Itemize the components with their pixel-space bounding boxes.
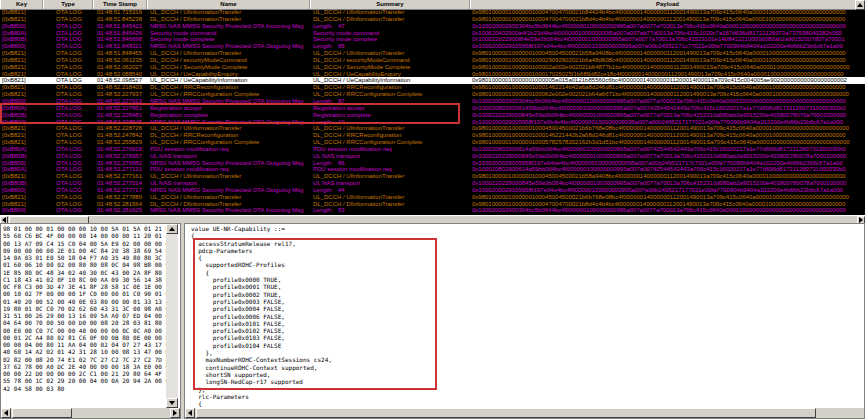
hex-horizontal-scrollbar[interactable] [1, 408, 180, 418]
table-row[interactable]: [0xB80B]OTA LOG01:48:52.228481Registrati… [0, 112, 865, 119]
table-row[interactable]: [0xB821]OTA LOG01:48:52.088540UL_DCCH / … [0, 71, 865, 78]
cell-summary: Length: 86 [310, 160, 470, 167]
cell-type: OTA LOG [43, 43, 93, 50]
cell-payload: 0x9801000001000000100045004500021b58a940… [470, 50, 865, 57]
table-row[interactable]: [0xB800]OTA LOG01:48:52.281625NR5G NAS M… [0, 207, 865, 214]
hex-scroll-down-button[interactable] [166, 398, 178, 408]
cell-type: OTA LOG [43, 57, 93, 64]
table-row[interactable]: [0xB80A]OTA LOG01:48:52.277131PDU sessio… [0, 166, 865, 173]
cell-key: [0xB800] [0, 43, 43, 50]
cell-name: UL_DCCH / UeCapabilityInformation [147, 77, 310, 84]
hex-dump-panel[interactable]: 98 01 00 00 01 00 00 00 10 00 5A 01 5A 0… [0, 223, 181, 419]
cell-name: DL_DCCH / DlInformationTransfer [147, 16, 310, 23]
cell-summary: Registration accept [310, 105, 470, 112]
hex-vertical-scrollbar[interactable] [166, 224, 178, 408]
cell-type: OTA LOG [43, 16, 93, 23]
table-row[interactable]: [0xB80B]OTA LOG01:48:52.276957UL NAS tra… [0, 153, 865, 160]
cell-time: 01:48:51.845436 [93, 30, 147, 37]
cell-type: OTA LOG [43, 9, 93, 16]
column-header-summary[interactable]: Summary [310, 0, 470, 9]
cell-key: [0xB80A] [0, 105, 43, 112]
cell-type: OTA LOG [43, 180, 93, 187]
cell-name: NR5G NAS MM5G Security Protected OTA Inc… [147, 98, 310, 105]
table-row[interactable]: [0xB821]OTA LOG01:48:52.228726UL_DCCH / … [0, 125, 865, 132]
cell-name: UL NAS transport [147, 153, 310, 160]
table-row[interactable]: [0xB821]OTA LOG01:48:52.227937UL_DCCH / … [0, 91, 865, 98]
hex-scrollbar-thumb[interactable] [12, 408, 72, 418]
cell-summary: Registration complete [310, 112, 470, 119]
cell-time: 01:48:52.277161 [93, 173, 147, 180]
cell-payload: 0x100020802900614a59bb064bc4f00000010000… [470, 166, 865, 173]
table-row[interactable]: [0xB800]OTA LOG01:48:52.277717NR5G NAS M… [0, 187, 865, 194]
cell-summary: Security mode command [310, 30, 470, 37]
table-row[interactable]: [0xB821]OTA LOG01:48:52.218403DL_DCCH / … [0, 84, 865, 91]
cell-summary: Security mode complete [310, 36, 470, 43]
cell-name: PDU session modification req [147, 146, 310, 153]
cell-key: [0xB821] [0, 139, 43, 146]
cell-time: 01:48:52.088540 [93, 71, 147, 78]
cell-name: NR5G NAS MM5G Security Protected OTA Out… [147, 187, 310, 194]
table-row[interactable]: [0xB80A]OTA LOG01:48:51.845436Security m… [0, 30, 865, 37]
table-row[interactable]: [0xB821]OTA LOG01:48:51.715316UL_DCCH / … [0, 9, 865, 16]
cell-name: NR5G NAS MM5G Security Protected OTA Inc… [147, 23, 310, 30]
hex-scroll-right-button[interactable] [170, 408, 180, 418]
table-row[interactable]: [0xB821]OTA LOG01:48:52.277161UL_DCCH / … [0, 173, 865, 180]
hex-scroll-left-button[interactable] [1, 408, 11, 418]
column-header-key[interactable]: Key [0, 0, 43, 9]
table-row[interactable]: [0xB821]OTA LOG01:48:52.062027UL_DCCH / … [0, 64, 865, 71]
table-row[interactable]: [0xB821]OTA LOG01:48:52.255829UL_DCCH / … [0, 139, 865, 146]
cell-time: 01:48:52.281625 [93, 207, 147, 214]
cell-summary: UL_DCCH / UeCapabilityEnquiry [310, 71, 470, 78]
table-row[interactable]: [0xB80A]OTA LOG01:48:52.276918PDU sessio… [0, 146, 865, 153]
cell-type: OTA LOG [43, 194, 93, 201]
table-row[interactable]: [0xB800]OTA LOG01:48:52.227919NR5G NAS M… [0, 98, 865, 105]
cell-name: UL_DCCH / UlInformationTransfer [147, 50, 310, 57]
cell-summary: UL_DCCH / UlInformationTransfer [310, 173, 470, 180]
table-row[interactable]: [0xB800]OTA LOG01:48:51.845422NR5G NAS M… [0, 23, 865, 30]
cell-payload: 0x1000200029005958f197e04e4bc4f000000100… [470, 187, 865, 194]
table-row[interactable]: [0xB80B]OTA LOG01:48:51.846698Security m… [0, 36, 865, 43]
cell-time: 01:48:52.061235 [93, 57, 147, 64]
decode-scroll-left-button[interactable] [185, 408, 195, 418]
cell-time: 01:48:52.228726 [93, 125, 147, 132]
table-row[interactable]: [0xB821]OTA LOG01:48:51.845238DL_DCCH / … [0, 16, 865, 23]
cell-type: OTA LOG [43, 105, 93, 112]
table-row[interactable]: [0xB821]OTA LOG01:48:52.247842DL_DCCH / … [0, 132, 865, 139]
decode-horizontal-scrollbar[interactable] [185, 408, 864, 418]
cell-type: OTA LOG [43, 112, 93, 119]
table-horizontal-scrollbar[interactable] [0, 215, 865, 223]
cell-summary: PDU session modification req [310, 166, 470, 173]
cell-payload: 0x100020002900304bc5b0644bc4f00000010000… [470, 207, 865, 214]
cell-time: 01:48:52.277717 [93, 187, 147, 194]
table-row-selected[interactable]: [0xB821]OTA LOG01:48:52.098527UL_DCCH / … [0, 77, 865, 84]
table-row[interactable]: [0xB800]OTA LOG01:48:52.276982NR5G NAS M… [0, 160, 865, 167]
table-row[interactable]: [0xB800]OTA LOG01:48:51.848321NR5G NAS M… [0, 43, 865, 50]
cell-type: OTA LOG [43, 71, 93, 78]
table-row[interactable]: [0xB821]OTA LOG01:48:52.277880UL_DCCH / … [0, 194, 865, 201]
cell-name: Registration complete [147, 112, 310, 119]
column-header-payload[interactable]: Payload [470, 0, 865, 9]
cell-summary: UL NAS transport [310, 180, 470, 187]
table-row[interactable]: [0xB80B]OTA LOG01:48:52.277014UL NAS tra… [0, 180, 865, 187]
table-row[interactable]: [0xB821]OTA LOG01:48:52.281564DL_DCCH / … [0, 201, 865, 208]
column-header-timestamp[interactable]: Time Stamp [93, 0, 147, 9]
cell-key: [0xB800] [0, 23, 43, 30]
cell-time: 01:48:51.845238 [93, 16, 147, 23]
cell-payload: 0x9801000001000000100002a002e002021b6487… [470, 64, 865, 71]
cell-summary: DL_DCCH / securityModeCommand [310, 57, 470, 64]
table-scroll-up-button[interactable] [855, 0, 865, 10]
cell-name: PDU session modification req [147, 166, 310, 173]
column-header-type[interactable]: Type [43, 0, 93, 9]
decode-scrollbar-thumb[interactable] [196, 408, 816, 418]
table-row[interactable]: [0xB80A]OTA LOG01:48:52.227951Registrati… [0, 105, 865, 112]
cell-time: 01:48:52.227951 [93, 105, 147, 112]
hex-scroll-up-button[interactable] [166, 224, 178, 234]
cell-payload: 0x100022022900f84e59a3b064bc4f0000001000… [470, 36, 865, 43]
table-row[interactable]: [0xB800]OTA LOG01:48:52.228545NR5G NAS M… [0, 119, 865, 126]
cell-payload: 0x9801000001000000100045004500021b58a940… [470, 173, 865, 180]
column-header-name[interactable]: Name [147, 0, 310, 9]
decoded-message-panel[interactable]: value UE-NR-Capability ::= { accessStrat… [184, 223, 865, 419]
cell-key: [0xB80B] [0, 112, 43, 119]
table-row[interactable]: [0xB821]OTA LOG01:48:51.848465UL_DCCH / … [0, 50, 865, 57]
table-row[interactable]: [0xB821]OTA LOG01:48:52.061235DL_DCCH / … [0, 57, 865, 64]
